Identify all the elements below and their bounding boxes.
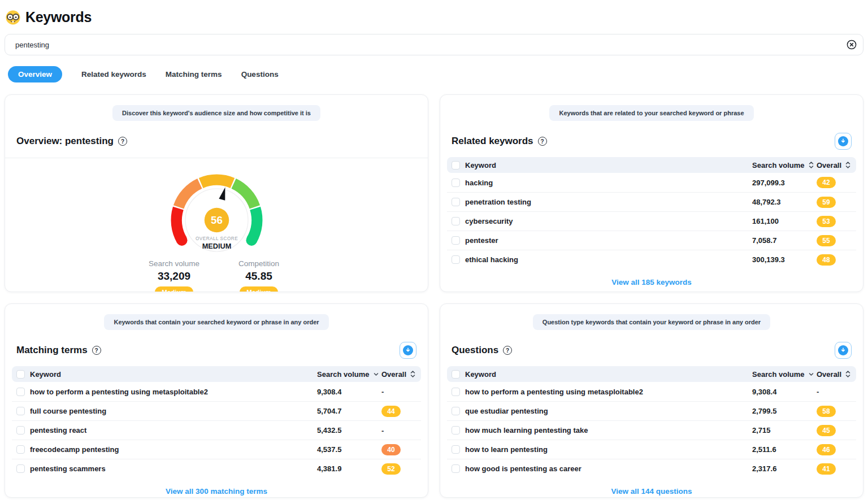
row-checkbox[interactable] [452,407,460,415]
row-checkbox[interactable] [16,426,25,435]
sort-desc-icon[interactable] [809,372,814,376]
tab-matching-terms[interactable]: Matching terms [166,66,222,82]
table-row[interactable]: how to learn pentesting 2,511.6 46 [447,440,856,459]
row-checkbox[interactable] [452,426,460,435]
row-checkbox[interactable] [452,255,460,264]
questions-table: how to perform a pentesting using metasp… [440,382,863,478]
nerd-face-icon [6,10,20,25]
keyword-cell: how much learning pentesting take [465,426,752,435]
row-checkbox[interactable] [16,445,25,454]
table-row[interactable]: que estudiar pentesting 2,799.5 58 [447,401,856,420]
row-checkbox[interactable] [452,198,460,206]
related-hint: Keywords that are related to your search… [549,105,753,121]
row-checkbox[interactable] [452,464,460,473]
help-icon[interactable]: ? [503,346,512,355]
view-all-matching-terms-link[interactable]: View all 300 matching terms [166,487,267,496]
overview-hint: Discover this keyword's audience size an… [112,105,320,121]
table-row[interactable]: full course pentesting 5,704.7 44 [12,401,421,420]
overall-badge: 46 [817,444,836,455]
row-checkbox[interactable] [16,464,25,473]
sort-both-icon[interactable] [410,370,415,378]
row-checkbox[interactable] [452,388,460,396]
column-overall: Overall [817,161,841,170]
sort-both-icon[interactable] [809,161,814,169]
tab-questions[interactable]: Questions [241,66,279,82]
keyword-cell: how to learn pentesting [465,445,752,454]
search-volume-cell: 9,308.4 [752,388,817,396]
table-row[interactable]: cybersecurity 161,100 53 [447,211,856,231]
table-row[interactable]: pentesting react 5,432.5 - [12,420,421,440]
overall-badge: 40 [381,444,401,455]
overall-cell: 55 [817,235,852,246]
clear-search-button[interactable] [846,39,857,50]
row-checkbox[interactable] [452,179,460,187]
table-row[interactable]: how to perform a pentesting using metasp… [12,382,421,401]
status-badge: Medium [155,286,193,293]
help-icon[interactable]: ? [118,137,127,146]
row-checkbox[interactable] [452,236,460,245]
search-volume-cell: 9,308.4 [317,388,381,396]
table-row[interactable]: pentester 7,058.7 55 [447,231,856,250]
search-volume-cell: 4,537.5 [317,445,381,454]
overall-badge: 53 [817,216,836,227]
matching-hint: Keywords that contain your searched keyw… [104,314,328,330]
keyword-cell: ethical hacking [465,255,752,264]
table-row[interactable]: how good is pentesting as career 2,317.6… [447,459,856,478]
gauge-segment [179,184,199,207]
divider [5,158,428,158]
table-header: Keyword Search volume Overall [12,366,421,382]
row-checkbox[interactable] [452,217,460,225]
gauge-score-label: OVERALL SCORE [195,236,237,241]
row-checkbox[interactable] [16,388,25,396]
overall-badge: 48 [817,254,836,266]
overall-badge: - [381,427,384,435]
table-row[interactable]: ethical hacking 300,139.3 48 [447,250,856,269]
download-icon [838,345,848,355]
gauge-level: MEDIUM [202,242,231,250]
select-all-checkbox[interactable] [16,370,25,379]
column-search-volume: Search volume [752,161,805,170]
sort-desc-icon[interactable] [374,372,379,376]
circle-x-icon [847,40,857,50]
search-volume-cell: 161,100 [752,217,817,225]
table-row[interactable]: freecodecamp pentesting 4,537.5 40 [12,440,421,459]
overall-badge: 45 [817,425,836,436]
help-icon[interactable]: ? [538,137,547,146]
download-button[interactable] [400,342,416,359]
overview-metrics: Search volume 33,209 Medium Competition … [5,259,428,293]
overall-badge: - [381,388,384,396]
tab-related-keywords[interactable]: Related keywords [81,66,146,82]
search-volume-cell: 5,704.7 [317,407,381,415]
table-row[interactable]: penetration testing 48,792.3 59 [447,192,856,211]
search-volume-cell: 2,715 [752,426,817,435]
keyword-cell: full course pentesting [30,407,317,415]
page: Keywords Overview Related keywords Match… [0,0,868,504]
download-button[interactable] [835,342,852,359]
questions-card: Question type keywords that contain your… [440,303,863,498]
column-keyword: Keyword [465,370,752,379]
table-row[interactable]: hacking 297,099.3 42 [447,173,856,192]
tab-bar: Overview Related keywords Matching terms… [8,66,863,82]
search-input[interactable] [5,34,863,55]
row-checkbox[interactable] [16,407,25,415]
table-row[interactable]: how to perform a pentesting using metasp… [447,382,856,401]
overall-cell: 59 [817,197,852,208]
select-all-checkbox[interactable] [452,370,460,379]
search-volume-cell: 297,099.3 [752,179,817,187]
row-checkbox[interactable] [452,445,460,454]
sort-both-icon[interactable] [845,161,850,169]
view-all-keywords-link[interactable]: View all 185 keywords [611,278,692,286]
overall-cell: 48 [817,254,852,266]
download-button[interactable] [835,133,852,150]
tab-overview[interactable]: Overview [8,66,62,82]
questions-hint: Question type keywords that contain your… [533,314,770,330]
keyword-cell: penetration testing [465,198,752,206]
help-icon[interactable]: ? [92,346,101,355]
table-row[interactable]: pentesting scammers 4,381.9 52 [12,459,421,478]
select-all-checkbox[interactable] [452,161,460,170]
gauge-endcap [176,234,188,246]
table-row[interactable]: how much learning pentesting take 2,715 … [447,420,856,440]
view-all-questions-link[interactable]: View all 144 questions [611,487,692,496]
overview-card-title: Overview: pentesting ? [16,136,127,147]
sort-both-icon[interactable] [845,370,850,378]
